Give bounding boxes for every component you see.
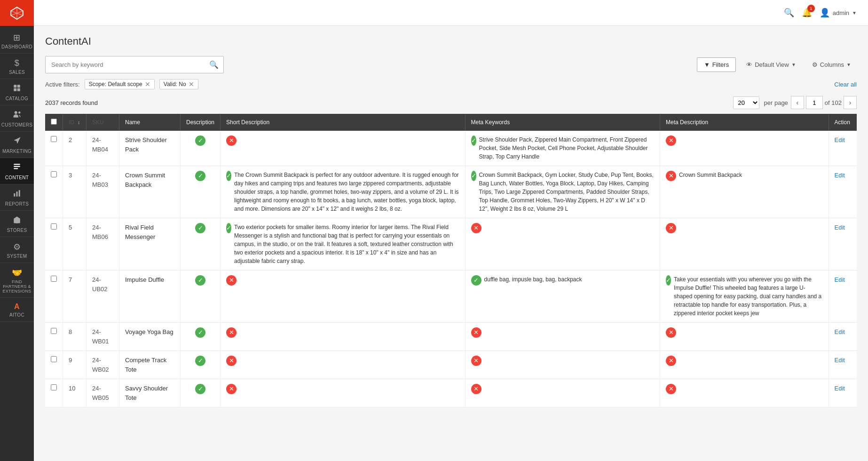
select-all-checkbox[interactable]: [51, 119, 57, 125]
row-checkbox[interactable]: [51, 171, 57, 177]
filter-scope-remove[interactable]: ✕: [145, 81, 150, 87]
cell-id: 3: [63, 166, 87, 218]
cell-name: Rival Field Messenger: [119, 218, 181, 270]
edit-button[interactable]: Edit: [835, 385, 845, 392]
columns-chevron-icon: ▼: [846, 62, 851, 67]
sidebar-item-sales[interactable]: $ SALES: [0, 54, 34, 79]
cell-name: Voyage Yoga Bag: [119, 323, 181, 351]
cell-sku: 24-MB03: [87, 166, 119, 218]
next-page-button[interactable]: ›: [844, 96, 857, 109]
meta-kw-text: Crown Summit Backpack, Gym Locker, Study…: [479, 171, 654, 213]
invalid-icon: ✕: [471, 327, 481, 338]
row-checkbox[interactable]: [51, 356, 57, 362]
filter-valid-remove[interactable]: ✕: [189, 81, 194, 87]
per-page-label: per page: [764, 99, 788, 106]
th-checkbox: [45, 114, 63, 131]
svg-rect-0: [14, 85, 16, 87]
table-row: 8 24-WB01 Voyage Yoga Bag ✓ ✕ ✕ ✕ Edit: [45, 323, 857, 351]
row-checkbox[interactable]: [51, 136, 57, 142]
valid-icon: ✓: [666, 275, 671, 286]
filters-button[interactable]: ▼ Filters: [697, 57, 736, 72]
th-id[interactable]: ID ↕: [63, 114, 87, 131]
row-checkbox[interactable]: [51, 384, 57, 390]
columns-button[interactable]: ⚙ Columns ▼: [806, 58, 857, 72]
th-meta-description[interactable]: Meta Description: [660, 114, 829, 131]
prev-page-button[interactable]: ‹: [791, 96, 804, 109]
active-filters-label: Active filters:: [45, 81, 80, 88]
edit-button[interactable]: Edit: [835, 172, 845, 179]
th-description[interactable]: Description: [181, 114, 221, 131]
svg-rect-3: [17, 88, 20, 91]
notifications-button[interactable]: 🔔 1: [802, 8, 812, 18]
cell-short-desc: ✓ The Crown Summit Backpack is perfect f…: [221, 166, 466, 218]
cell-name: Savvy Shoulder Tote: [119, 379, 181, 407]
edit-button[interactable]: Edit: [835, 224, 845, 231]
sidebar-item-catalog[interactable]: CATALOG: [0, 79, 34, 105]
edit-button[interactable]: Edit: [835, 328, 845, 335]
sidebar-item-customers[interactable]: CUSTOMERS: [0, 105, 34, 132]
table-toolbar: 2037 records found 20 50 100 per page ‹ …: [45, 96, 857, 109]
cell-sku: 24-UB02: [87, 270, 119, 323]
cell-description: ✓: [181, 351, 221, 379]
id-sort-icon: ↕: [78, 120, 80, 125]
row-checkbox-cell: [45, 218, 63, 270]
search-input[interactable]: [46, 57, 205, 72]
cell-action: Edit: [829, 218, 857, 270]
per-page-select[interactable]: 20 50 100: [734, 97, 759, 109]
row-checkbox[interactable]: [51, 276, 57, 282]
cell-sku: 24-MB06: [87, 218, 119, 270]
cell-name: Strive Shoulder Pack: [119, 131, 181, 166]
columns-icon: ⚙: [812, 61, 818, 68]
th-short-description[interactable]: Short Description: [221, 114, 466, 131]
clear-all-button[interactable]: Clear all: [834, 81, 857, 88]
sidebar-item-reports[interactable]: REPORTS: [0, 184, 34, 211]
sidebar-item-dashboard[interactable]: ⊞ DASHBOARD: [0, 28, 34, 54]
top-header: 🔍 🔔 1 👤 admin ▼: [34, 0, 868, 26]
invalid-icon: ✕: [471, 223, 481, 233]
search-button[interactable]: 🔍: [205, 56, 223, 73]
cell-sku: 24-MB04: [87, 131, 119, 166]
valid-icon: ✓: [471, 275, 481, 286]
th-sku[interactable]: SKU: [87, 114, 119, 131]
sidebar-item-aitoc[interactable]: A AITOC: [0, 298, 34, 322]
cell-meta-desc: ✕ Crown Summit Backpack: [660, 166, 829, 218]
view-button[interactable]: 👁 Default View ▼: [741, 58, 802, 72]
svg-rect-1: [17, 85, 20, 87]
content-icon: [13, 163, 21, 174]
invalid-icon: ✕: [666, 135, 676, 146]
edit-button[interactable]: Edit: [835, 136, 845, 143]
logo[interactable]: [0, 0, 34, 26]
global-search-icon[interactable]: 🔍: [784, 8, 794, 18]
cell-sku: 24-WB05: [87, 379, 119, 407]
row-checkbox-cell: [45, 131, 63, 166]
pagination: 20 50 100 per page ‹ of 102 ›: [733, 96, 857, 109]
cell-short-desc: ✕: [221, 351, 466, 379]
sales-icon: $: [15, 58, 19, 68]
valid-icon: ✓: [195, 171, 205, 181]
row-checkbox[interactable]: [51, 328, 57, 334]
cell-short-desc: ✕: [221, 379, 466, 407]
row-checkbox-cell: [45, 379, 63, 407]
edit-button[interactable]: Edit: [835, 276, 845, 283]
admin-menu[interactable]: 👤 admin ▼: [820, 8, 857, 18]
cell-meta-kw: ✓ duffle bag, impusle bag, bag, backpack: [465, 270, 660, 323]
row-checkbox[interactable]: [51, 223, 57, 230]
sidebar-item-system[interactable]: ⚙ SYSTEM: [0, 237, 34, 263]
meta-kw-text: Strive Shoulder Pack, Zippered Main Comp…: [479, 135, 654, 161]
partners-icon: 🤝: [12, 268, 22, 278]
sidebar-item-marketing[interactable]: MARKETING: [0, 132, 34, 158]
valid-icon: ✓: [471, 135, 476, 146]
page-title: ContentAI: [45, 35, 857, 48]
sidebar-item-content[interactable]: CONTENT: [0, 158, 34, 184]
page-input[interactable]: [806, 96, 823, 109]
table-row: 2 24-MB04 Strive Shoulder Pack ✓ ✕ ✓ Str…: [45, 131, 857, 166]
th-name[interactable]: Name: [119, 114, 181, 131]
th-meta-keywords[interactable]: Meta Keywords: [465, 114, 660, 131]
cell-meta-desc: ✓ Take your essentials with you wherever…: [660, 270, 829, 323]
edit-button[interactable]: Edit: [835, 357, 845, 364]
filter-scope-text: Scope: Default scope: [89, 81, 142, 87]
invalid-icon: ✕: [226, 384, 237, 394]
sidebar-item-stores[interactable]: STORES: [0, 211, 34, 237]
sidebar-item-partners[interactable]: 🤝 FIND PARTNERS & EXTENSIONS: [0, 263, 34, 298]
invalid-icon: ✕: [226, 275, 237, 286]
